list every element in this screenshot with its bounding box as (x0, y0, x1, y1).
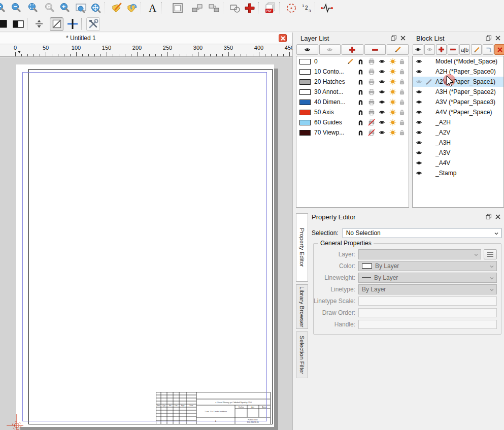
add-block-button[interactable] (436, 44, 447, 55)
block-row[interactable]: A3V (*Paper_Space3) (413, 97, 503, 107)
show-all-blocks-button[interactable] (413, 44, 423, 55)
block-visibility-toggle[interactable] (415, 79, 424, 85)
layer-lock-toggle[interactable] (398, 98, 406, 106)
layer-print-toggle[interactable] (366, 78, 377, 85)
block-row[interactable]: _A2V (413, 127, 503, 138)
layer-snap-toggle[interactable] (355, 129, 366, 136)
block-visibility-toggle[interactable] (415, 140, 424, 146)
auto-snap-button[interactable] (32, 17, 46, 31)
layer-visibility-toggle[interactable] (377, 109, 387, 115)
layer-on-off-toggle[interactable] (387, 109, 398, 116)
block-row[interactable]: _A3V (413, 148, 503, 158)
layer-row[interactable]: 60 Guides (296, 117, 409, 127)
color-combobox[interactable]: By Layer (358, 261, 497, 271)
layer-snap-toggle[interactable] (355, 98, 366, 106)
block-return-button[interactable] (125, 2, 139, 15)
return-from-block-button[interactable] (483, 44, 493, 55)
layer-on-off-toggle[interactable] (387, 78, 398, 85)
add-entity-button[interactable] (243, 2, 256, 15)
panel-splitter-vertical[interactable] (292, 32, 293, 430)
block-visibility-toggle[interactable] (415, 109, 424, 115)
add-layer-button[interactable] (342, 44, 363, 55)
layer-on-off-toggle[interactable] (387, 98, 398, 106)
layer-visibility-toggle[interactable] (377, 129, 387, 136)
lineweight-combobox[interactable]: By Layer (358, 273, 497, 283)
block-row[interactable]: _A3H (413, 138, 503, 148)
edit-block-button[interactable] (471, 44, 482, 55)
preferences-button[interactable] (86, 17, 100, 31)
zoom-pan-button[interactable] (89, 2, 103, 15)
zoom-in-button[interactable] (0, 2, 7, 15)
draft-mode-button[interactable] (50, 17, 63, 31)
layer-lock-toggle[interactable] (398, 58, 406, 65)
layer-visibility-toggle[interactable] (377, 89, 387, 95)
layer-visibility-toggle[interactable] (377, 119, 387, 125)
layer-lock-toggle[interactable] (398, 78, 406, 85)
tab-library-browser[interactable]: Library Browser (296, 284, 308, 329)
viewport-add-button[interactable] (171, 2, 184, 15)
float-panel-button[interactable] (484, 213, 493, 221)
remove-layer-button[interactable] (364, 44, 386, 55)
close-block-button[interactable] (494, 44, 504, 55)
dark-swatch-button[interactable] (0, 17, 9, 31)
layer-on-off-toggle[interactable] (387, 88, 398, 95)
show-all-layers-button[interactable] (296, 44, 318, 55)
layer-snap-toggle[interactable] (355, 58, 366, 65)
tab-property-editor[interactable]: Property Editor (296, 213, 308, 282)
signal-button[interactable] (320, 2, 333, 15)
linetype-scale-field[interactable] (358, 296, 497, 306)
layer-visibility-toggle[interactable] (377, 69, 387, 75)
layer-on-off-toggle[interactable] (387, 129, 398, 136)
crosshair-button[interactable] (65, 17, 79, 31)
float-panel-button[interactable] (389, 34, 398, 42)
layer-lock-toggle[interactable] (398, 68, 406, 75)
layer-print-toggle[interactable] (366, 58, 377, 65)
layer-row[interactable]: 0 (296, 56, 409, 67)
layer-print-toggle[interactable] (366, 129, 377, 136)
layer-on-off-toggle[interactable] (387, 68, 398, 75)
pdf-export-button[interactable]: PDF (263, 2, 277, 15)
zoom-out-button[interactable] (9, 2, 23, 15)
zoom-selection-button-disabled[interactable] (43, 2, 56, 15)
shapes-button[interactable] (228, 2, 242, 15)
block-edit-button[interactable] (110, 2, 123, 15)
layer-row[interactable]: 20 Hatches (296, 77, 409, 87)
block-row[interactable]: A2H (*Paper_Space0) (413, 67, 503, 77)
layer-row[interactable]: 50 Axis (296, 107, 409, 117)
block-visibility-toggle[interactable] (415, 99, 424, 105)
block-visibility-toggle[interactable] (415, 58, 424, 64)
zoom-previous-button[interactable] (58, 2, 72, 15)
close-panel-button[interactable] (493, 213, 502, 221)
layer-print-toggle[interactable] (366, 68, 377, 75)
tab-selection-filter[interactable]: Selection Filter (296, 332, 308, 378)
layer-visibility-toggle[interactable] (377, 79, 387, 85)
block-visibility-toggle[interactable] (415, 170, 424, 176)
remove-block-button[interactable] (448, 44, 458, 55)
layer-row[interactable]: 30 Annot... (296, 87, 409, 97)
handle-field[interactable] (358, 320, 497, 329)
layer-visibility-toggle[interactable] (377, 58, 387, 64)
layer-visibility-toggle[interactable] (377, 99, 387, 105)
document-tab-close-button[interactable] (279, 34, 287, 42)
split-swatch-button[interactable] (11, 17, 25, 31)
layer-row[interactable]: 40 Dimen... (296, 97, 409, 107)
zoom-fit-button[interactable] (26, 2, 40, 15)
document-tab-title[interactable]: * Untitled 1 (66, 35, 96, 42)
viewport-front-button[interactable] (190, 2, 204, 15)
block-visibility-toggle[interactable] (415, 119, 424, 125)
block-visibility-toggle[interactable] (415, 69, 424, 75)
layer-snap-toggle[interactable] (355, 88, 366, 95)
block-row[interactable]: A4V (*Paper_Space) (413, 107, 503, 117)
layer-row[interactable]: 10 Conto... (296, 67, 409, 77)
close-panel-button[interactable] (493, 34, 502, 42)
rename-block-button[interactable]: a|b (459, 44, 470, 55)
layer-print-toggle[interactable] (366, 109, 377, 116)
block-row[interactable]: _A2H (413, 117, 503, 127)
block-row[interactable]: A3H (*Paper_Space2) (413, 87, 503, 97)
layer-lock-toggle[interactable] (398, 88, 406, 95)
layer-menu-button[interactable] (484, 249, 497, 259)
layer-on-off-toggle[interactable] (387, 119, 398, 126)
block-visibility-toggle[interactable] (415, 150, 424, 156)
text-tool-button[interactable]: A (146, 2, 159, 15)
layer-print-toggle[interactable] (366, 88, 377, 95)
